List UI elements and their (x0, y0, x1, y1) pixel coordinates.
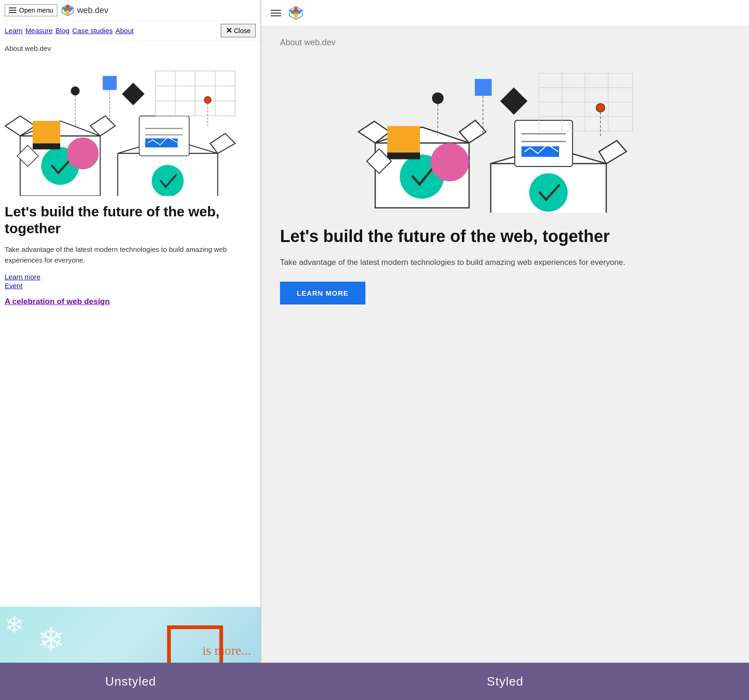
svg-marker-56 (599, 140, 627, 164)
main-heading-left: Let's build the future of the web, toget… (5, 203, 256, 237)
right-header (261, 0, 749, 27)
description-right: Take advantage of the latest modern tech… (280, 256, 730, 269)
svg-rect-50 (387, 126, 420, 156)
about-label-right: About web.dev (280, 38, 730, 48)
content-left: Let's build the future of the web, toget… (0, 196, 260, 607)
logo-text: web.dev (77, 6, 108, 15)
svg-point-37 (204, 97, 211, 104)
svg-rect-25 (122, 83, 144, 105)
open-menu-label: Open menu (19, 7, 53, 14)
logo-icon (61, 4, 74, 17)
svg-marker-48 (460, 120, 486, 143)
svg-point-13 (67, 138, 99, 170)
svg-marker-9 (90, 116, 115, 136)
svg-rect-51 (387, 152, 420, 159)
links-area: Learn more Event (5, 273, 256, 290)
left-header: Open menu web.dev (0, 0, 260, 21)
wavy-text: is more... (203, 643, 251, 658)
main-heading-right: Let's build the future of the web, toget… (280, 226, 730, 247)
svg-rect-11 (33, 121, 60, 146)
open-menu-button[interactable]: Open menu (5, 4, 57, 16)
svg-rect-23 (103, 76, 117, 90)
about-label-left: About web.dev (0, 41, 260, 56)
svg-point-18 (152, 165, 184, 196)
description-left: Take advantage of the latest modern tech… (5, 244, 256, 265)
learn-more-button[interactable]: LEARN MORE (280, 282, 365, 305)
logo-area: web.dev (61, 4, 108, 17)
close-icon: ✕ (226, 26, 232, 35)
svg-rect-19 (139, 116, 189, 156)
illustration-left (0, 56, 260, 196)
left-panel: Open menu web.dev Learn Measure Blog Cas… (0, 0, 261, 663)
hamburger-icon (9, 7, 16, 13)
learn-more-link[interactable]: Learn more (5, 273, 256, 281)
celebration-link[interactable]: A celebration of web design (5, 297, 110, 306)
right-content: About web.dev (261, 27, 749, 663)
svg-point-77 (596, 104, 605, 112)
hamburger-right-icon[interactable] (271, 10, 281, 16)
nav-link-about[interactable]: About (115, 27, 133, 35)
bottom-labels: Unstyled Styled (0, 663, 749, 700)
illustration-right (280, 59, 730, 213)
svg-rect-62 (475, 79, 492, 96)
nav-link-blog[interactable]: Blog (56, 27, 70, 35)
unstyled-label-container: Unstyled (0, 663, 261, 700)
bottom-preview-left: ❄ ❄ is more... (0, 607, 260, 663)
nav-link-measure[interactable]: Measure (25, 27, 52, 35)
nav-link-learn[interactable]: Learn (5, 27, 22, 35)
svg-point-26 (71, 86, 80, 95)
svg-rect-12 (33, 144, 60, 150)
snowflake-icon: ❄ (5, 611, 24, 638)
styled-label-container: Styled (261, 663, 749, 700)
nav-link-case-studies[interactable]: Case studies (72, 27, 113, 35)
svg-rect-58 (515, 120, 573, 166)
unstyled-label: Unstyled (105, 674, 156, 689)
right-panel: About web.dev (261, 0, 749, 663)
snowflake-icon-2: ❄ (37, 621, 65, 659)
nav-bar: Learn Measure Blog Case studies About ✕ … (0, 21, 260, 41)
svg-point-52 (431, 143, 469, 181)
close-button[interactable]: ✕ Close (221, 24, 256, 37)
svg-marker-17 (210, 133, 235, 153)
event-link[interactable]: Event (5, 282, 256, 290)
svg-rect-64 (500, 88, 527, 115)
svg-point-65 (432, 92, 444, 104)
close-label: Close (234, 27, 251, 35)
styled-label: Styled (487, 674, 523, 689)
logo-icon-right (288, 6, 303, 21)
svg-point-57 (529, 173, 568, 212)
